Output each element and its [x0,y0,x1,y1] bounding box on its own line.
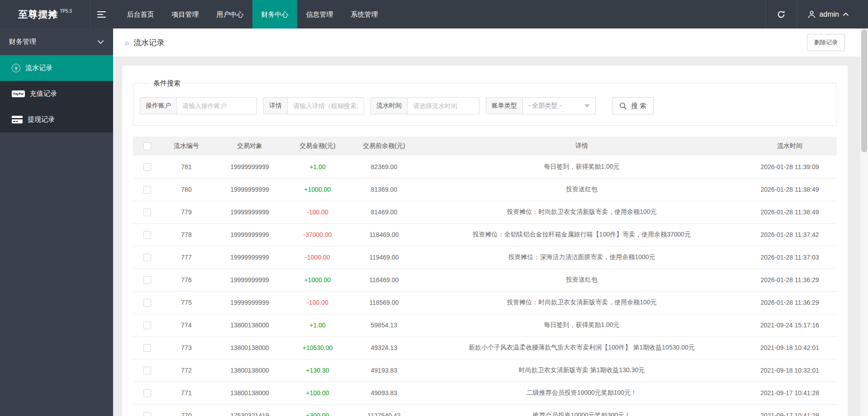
detail-cell: 新款小个子风衣温柔收腰薄款气质大衣寄卖利润【100件】 第1期收益10530.0… [421,336,743,359]
page-title: 流水记录 [133,38,164,48]
search-input[interactable] [408,98,479,114]
paypal-icon: PayPal [12,90,25,97]
table-row: 78019999999999+1000.0081369.00投资送红包2026-… [133,178,837,201]
balance-before-cell: 119469.00 [347,246,421,269]
flow-id-cell: 773 [161,336,212,359]
flow-time-cell: 2021-09-17 10:41:28 [743,404,837,416]
balance-before-cell: 118469.00 [347,223,421,246]
table-row: 77619999999999+1000.00118469.00投资送红包2026… [133,269,837,291]
trade-amount-cell: -100.00 [288,201,347,223]
chevron-down-icon [97,40,104,44]
delete-records-button[interactable]: 删除记录 [807,34,845,51]
topnav-item[interactable]: 系统管理 [342,0,387,28]
flow-time-cell: 2021-09-18 10:32:01 [743,359,837,382]
balance-before-cell: 49324.13 [347,336,421,359]
sidebar-item[interactable]: PayPal充值记录 [0,81,113,107]
detail-cell: 推荐会员投资10000元奖励300元！ [421,404,743,416]
table-row: 77719999999999-1000.00119469.00投资摊位：深海活力… [133,246,837,269]
flow-id-cell: 771 [161,382,212,404]
flow-time-cell: 2021-09-17 10:41:28 [743,382,837,404]
table-row: 78119999999999+1.0082369.00每日签到，获得奖励1.00… [133,156,837,178]
row-checkbox[interactable] [143,186,151,194]
trade-target-cell: 19999999999 [212,291,288,314]
search-icon [619,102,627,110]
detail-cell: 投资送红包 [421,178,743,201]
topnav-item[interactable]: 后台首页 [118,0,163,28]
breadcrumb-bar: » 流水记录 删除记录 [113,28,860,57]
trade-target-cell: 19999999999 [212,246,288,269]
row-checkbox[interactable] [143,299,151,307]
hamburger-icon [97,11,106,18]
scrollbar-thumb[interactable] [861,29,867,152]
search-field-group: 流水时间 [370,97,479,114]
row-select-cell [133,201,161,223]
trade-target-cell: 19999999999 [212,223,288,246]
trade-target-cell: 13800138000 [212,382,288,404]
row-checkbox[interactable] [143,321,151,329]
search-field-group: 操作账户 [140,97,257,114]
refresh-button[interactable] [766,0,797,28]
detail-cell: 投资摊位：全铝镁铝合金拉杆箱金属旅行箱【100件】寄卖，使用余额37000元 [421,223,743,246]
topbar: 至尊摆摊 TP5.3 后台首页项目管理用户中心财务中心信息管理系统管理 admi… [0,0,868,28]
breadcrumb-arrow-icon: » [124,38,129,48]
row-select-cell [133,291,161,314]
search-input[interactable] [288,98,364,114]
search-input[interactable] [177,98,256,114]
row-checkbox[interactable] [143,344,151,352]
column-header: 交易对象 [212,137,288,156]
row-checkbox[interactable] [143,163,151,171]
chevron-up-icon [843,12,849,16]
trade-amount-cell: +100.00 [288,382,347,404]
sidebar-item[interactable]: 提现记录 [0,107,113,132]
row-checkbox[interactable] [143,208,151,216]
trade-target-cell: 19999999999 [212,269,288,291]
row-checkbox[interactable] [143,389,151,397]
sidebar-item-label: 流水记录 [25,64,52,72]
sidebar-item[interactable]: ¥流水记录 [0,55,113,81]
sidebar-toggle-button[interactable] [90,0,113,28]
table-row: 77313800138000+10530.0049324.13新款小个子风衣温柔… [133,336,837,359]
balance-before-cell: 118569.00 [347,291,421,314]
table-row: 77519999999999-100.00118569.00投资摊位：时尚款卫衣… [133,291,837,314]
balance-before-cell: 81469.00 [347,201,421,223]
topnav-item[interactable]: 用户中心 [208,0,252,28]
vertical-scrollbar[interactable] [860,28,868,416]
balance-before-cell: 81369.00 [347,178,421,201]
table-row: 77113800138000+100.0049093.83二级推荐会员投资100… [133,382,837,404]
flow-id-cell: 776 [161,269,212,291]
user-name: admin [819,10,839,19]
table-row: 77413800138000+1.0059854.13每日签到，获得奖励1.00… [133,314,837,336]
column-header: 交易前余额(元) [347,137,421,156]
row-checkbox[interactable] [143,231,151,239]
select-value: - 全部类型 - [528,102,561,110]
row-checkbox[interactable] [143,367,151,374]
row-select-cell [133,156,161,178]
topnav-item[interactable]: 信息管理 [297,0,342,28]
search-row: 操作账户详情流水时间账单类型- 全部类型 - 搜 索 [140,97,830,114]
bill-type-select[interactable]: - 全部类型 - [523,98,595,114]
topnav-item[interactable]: 项目管理 [163,0,208,28]
balance-before-cell: 118469.00 [347,269,421,291]
row-checkbox[interactable] [143,412,151,416]
content-card: 条件搜索 操作账户详情流水时间账单类型- 全部类型 - 搜 索 [122,66,848,416]
main-content: » 流水记录 删除记录 条件搜索 操作账户详情流水时间账单类型- 全部类型 - … [113,28,860,416]
row-checkbox[interactable] [143,254,151,261]
search-fieldset: 条件搜索 操作账户详情流水时间账单类型- 全部类型 - 搜 索 [133,79,837,126]
sidebar-group-finance[interactable]: 财务管理 [0,28,113,55]
trade-target-cell: 19999999999 [212,201,288,223]
search-field-group: 账单类型- 全部类型 - [486,97,596,114]
topnav-item[interactable]: 财务中心 [252,0,297,28]
trade-amount-cell: +10530.00 [288,336,347,359]
search-button[interactable]: 搜 索 [612,97,654,114]
table-row: 77213800138000+130.3049193.83时尚款卫衣女清新版寄卖… [133,359,837,382]
search-field-label: 详情 [264,98,288,114]
row-select-cell [133,336,161,359]
select-all-checkbox[interactable] [143,142,151,150]
row-checkbox[interactable] [143,276,151,284]
flow-id-cell: 778 [161,223,212,246]
app-title: 至尊摆摊 [18,8,58,21]
row-select-cell [133,246,161,269]
search-legend: 条件搜索 [149,79,185,88]
user-menu[interactable]: admin [797,10,868,19]
trade-amount-cell: +130.30 [288,359,347,382]
